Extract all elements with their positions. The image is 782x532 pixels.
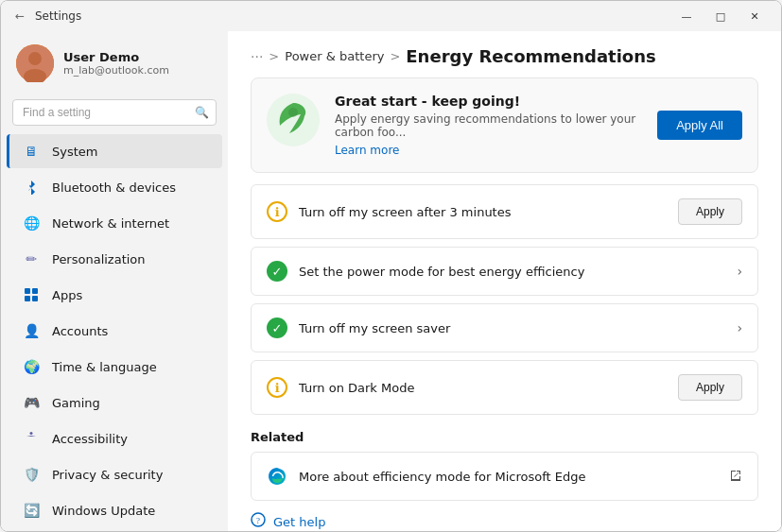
related-title: Related — [251, 430, 758, 444]
warning-icon-dark-mode: ℹ — [267, 377, 287, 398]
hero-text: Great start - keep going! Apply energy s… — [335, 94, 642, 157]
sidebar-item-apps[interactable]: Apps — [7, 278, 222, 312]
apply-button-dark-mode[interactable]: Apply — [678, 374, 742, 401]
warning-icon-screen-off: ℹ — [267, 201, 287, 222]
system-icon: 🖥 — [22, 142, 41, 161]
get-help[interactable]: ? Get help — [251, 512, 758, 531]
settings-window: ← Settings — □ ✕ User Demo m_ — [0, 0, 782, 532]
close-button[interactable]: ✕ — [739, 7, 770, 26]
user-profile[interactable]: User Demo m_lab@outlook.com — [1, 31, 228, 95]
hero-description: Apply energy saving recommendations to l… — [335, 112, 642, 139]
user-email: m_lab@outlook.com — [63, 64, 169, 77]
learn-more-link[interactable]: Learn more — [335, 144, 399, 157]
avatar — [16, 44, 54, 82]
network-icon: 🌐 — [22, 214, 41, 232]
window-controls: — □ ✕ — [671, 7, 770, 26]
search-box: 🔍 — [12, 99, 217, 126]
bluetooth-icon — [22, 178, 41, 197]
rec-label-screen-saver: Turn off my screen saver — [299, 321, 725, 335]
rec-item-screen-saver[interactable]: ✓ Turn off my screen saver › — [251, 303, 758, 352]
chevron-right-icon-screen-saver: › — [737, 320, 742, 335]
breadcrumb: ··· > Power & battery > Energy Recommend… — [251, 46, 758, 66]
breadcrumb-parent[interactable]: Power & battery — [285, 49, 384, 63]
main-content: User Demo m_lab@outlook.com 🔍 🖥 System — [1, 31, 781, 531]
svg-rect-5 — [25, 296, 30, 301]
window-title: Settings — [35, 9, 664, 23]
svg-point-9 — [288, 108, 298, 117]
hero-card: Great start - keep going! Apply energy s… — [251, 77, 758, 173]
leaf-icon — [267, 94, 320, 146]
external-link-icon — [729, 469, 742, 485]
svg-rect-3 — [25, 288, 30, 294]
svg-rect-6 — [32, 296, 38, 301]
apps-icon — [22, 285, 41, 304]
success-icon-power-mode: ✓ — [267, 261, 287, 282]
sidebar-label-accessibility: Accessibility — [52, 432, 128, 446]
get-help-icon: ? — [251, 512, 266, 531]
svg-point-7 — [30, 432, 33, 435]
breadcrumb-sep1: > — [269, 49, 279, 63]
sidebar-label-privacy: Privacy & security — [52, 468, 163, 482]
sidebar-item-bluetooth[interactable]: Bluetooth & devices — [7, 170, 222, 204]
personalization-icon: ✏️ — [22, 249, 41, 268]
sidebar: User Demo m_lab@outlook.com 🔍 🖥 System — [1, 31, 228, 531]
search-icon: 🔍 — [195, 106, 209, 119]
chevron-right-icon-power-mode: › — [737, 264, 742, 279]
rec-item-dark-mode: ℹ Turn on Dark Mode Apply — [251, 360, 758, 415]
sidebar-item-personalization[interactable]: ✏️ Personalization — [7, 242, 222, 276]
accounts-icon: 👤 — [22, 321, 41, 340]
search-input[interactable] — [12, 99, 217, 126]
sidebar-item-accessibility[interactable]: Accessibility — [7, 421, 222, 455]
rec-label-dark-mode: Turn on Dark Mode — [299, 381, 667, 395]
related-item-edge[interactable]: More about efficiency mode for Microsoft… — [251, 452, 758, 501]
sidebar-label-bluetooth: Bluetooth & devices — [52, 180, 176, 195]
main-panel: ··· > Power & battery > Energy Recommend… — [228, 31, 781, 531]
breadcrumb-dots: ··· — [251, 49, 263, 64]
get-help-label: Get help — [273, 515, 325, 529]
svg-text:?: ? — [256, 516, 260, 525]
sidebar-label-apps: Apps — [52, 288, 82, 302]
gaming-icon: 🎮 — [22, 393, 41, 412]
update-icon: 🔄 — [22, 501, 41, 520]
maximize-button[interactable]: □ — [705, 7, 736, 26]
back-icon[interactable]: ← — [12, 9, 27, 24]
sidebar-label-accounts: Accounts — [52, 324, 108, 338]
svg-rect-4 — [32, 288, 38, 294]
rec-item-screen-off: ℹ Turn off my screen after 3 minutes App… — [251, 184, 758, 239]
edge-icon — [267, 466, 287, 487]
minimize-button[interactable]: — — [671, 7, 702, 26]
sidebar-label-update: Windows Update — [52, 504, 155, 518]
titlebar: ← Settings — □ ✕ — [1, 1, 781, 31]
related-section: Related More about efficiency — [251, 430, 758, 501]
user-info: User Demo m_lab@outlook.com — [63, 50, 169, 77]
sidebar-item-gaming[interactable]: 🎮 Gaming — [7, 386, 222, 420]
user-name: User Demo — [63, 50, 169, 64]
sidebar-label-system: System — [52, 145, 97, 159]
related-label-edge: More about efficiency mode for Microsoft… — [299, 470, 718, 484]
sidebar-item-time[interactable]: 🌍 Time & language — [7, 350, 222, 384]
sidebar-label-gaming: Gaming — [52, 396, 100, 410]
sidebar-item-network[interactable]: 🌐 Network & internet — [7, 206, 222, 240]
success-icon-screen-saver: ✓ — [267, 317, 287, 338]
breadcrumb-sep2: > — [390, 49, 400, 63]
accessibility-icon — [22, 429, 41, 448]
rec-label-power-mode: Set the power mode for best energy effic… — [299, 265, 725, 279]
privacy-icon: 🛡️ — [22, 465, 41, 484]
page-title: Energy Recommendations — [406, 46, 655, 66]
sidebar-label-time: Time & language — [52, 360, 157, 374]
sidebar-label-personalization: Personalization — [52, 252, 146, 266]
rec-item-power-mode[interactable]: ✓ Set the power mode for best energy eff… — [251, 247, 758, 296]
sidebar-item-privacy[interactable]: 🛡️ Privacy & security — [7, 457, 222, 491]
svg-point-1 — [28, 52, 42, 65]
apply-button-screen-off[interactable]: Apply — [678, 198, 742, 225]
sidebar-item-system[interactable]: 🖥 System — [7, 134, 222, 168]
rec-label-screen-off: Turn off my screen after 3 minutes — [299, 205, 667, 219]
sidebar-item-update[interactable]: 🔄 Windows Update — [7, 493, 222, 527]
sidebar-item-accounts[interactable]: 👤 Accounts — [7, 314, 222, 348]
time-icon: 🌍 — [22, 357, 41, 376]
sidebar-label-network: Network & internet — [52, 216, 169, 231]
apply-all-button[interactable]: Apply All — [657, 111, 742, 140]
hero-title: Great start - keep going! — [335, 94, 642, 109]
svg-point-8 — [267, 94, 320, 146]
